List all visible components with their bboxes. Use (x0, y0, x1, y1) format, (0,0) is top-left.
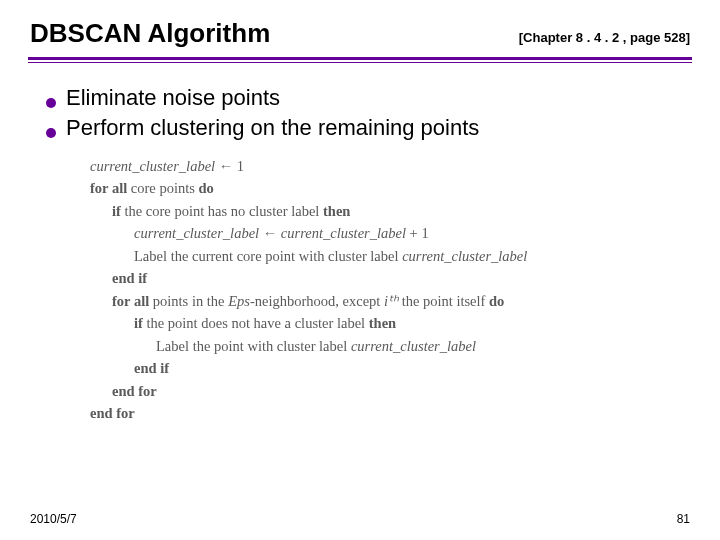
bullet-icon (46, 128, 56, 138)
code-line: if the point does not have a cluster lab… (90, 312, 720, 334)
code-line: end for (90, 402, 720, 424)
code-line: end if (90, 267, 720, 289)
bullet-icon (46, 98, 56, 108)
pseudocode-block: current_cluster_label ← 1 for all core p… (90, 155, 720, 425)
bullet-text: Eliminate noise points (66, 85, 280, 111)
footer-date: 2010/5/7 (30, 512, 77, 526)
code-line: Label the current core point with cluste… (90, 245, 720, 267)
bullet-list: Eliminate noise points Perform clusterin… (46, 85, 690, 141)
code-line: if the core point has no cluster label t… (90, 200, 720, 222)
slide-title: DBSCAN Algorithm (30, 18, 270, 49)
code-line: current_cluster_label ← current_cluster_… (90, 222, 720, 244)
title-divider (28, 57, 692, 63)
footer-page-number: 81 (677, 512, 690, 526)
bullet-item: Perform clustering on the remaining poin… (46, 115, 690, 141)
code-line: for all points in the Eps-neighborhood, … (90, 290, 720, 312)
footer: 2010/5/7 81 (0, 512, 720, 526)
code-line: current_cluster_label ← 1 (90, 155, 720, 177)
code-line: end for (90, 380, 720, 402)
bullet-item: Eliminate noise points (46, 85, 690, 111)
title-row: DBSCAN Algorithm [Chapter 8 . 4 . 2 , pa… (0, 0, 720, 49)
code-line: end if (90, 357, 720, 379)
code-line: Label the point with cluster label curre… (90, 335, 720, 357)
bullet-text: Perform clustering on the remaining poin… (66, 115, 479, 141)
code-line: for all core points do (90, 177, 720, 199)
chapter-reference: [Chapter 8 . 4 . 2 , page 528] (519, 30, 690, 45)
